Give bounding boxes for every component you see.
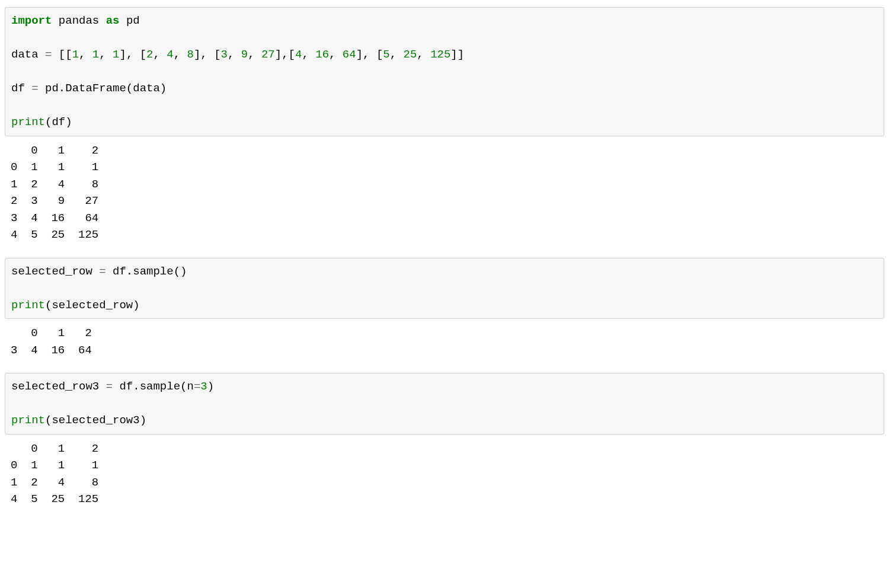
text: , bbox=[99, 48, 113, 61]
text: , bbox=[154, 48, 167, 61]
output-cell-1: 0 1 2 0 1 1 1 1 2 4 8 2 3 9 27 3 4 16 64… bbox=[5, 139, 884, 250]
bracket: [[ bbox=[59, 48, 72, 61]
builtin-print: print bbox=[11, 299, 45, 312]
text bbox=[39, 82, 45, 95]
code-cell-2[interactable]: selected_row = df.sample() print(selecte… bbox=[5, 258, 884, 319]
operator-eq: = bbox=[106, 380, 113, 393]
num: 2 bbox=[146, 48, 153, 61]
keyword-as: as bbox=[106, 14, 120, 27]
text: ], [ bbox=[119, 48, 146, 61]
var-data: data bbox=[11, 48, 39, 61]
var-selected-row: selected_row bbox=[11, 265, 92, 278]
operator-eq: = bbox=[99, 265, 105, 278]
var-df: df bbox=[11, 82, 25, 95]
operator-eq: = bbox=[31, 82, 38, 95]
num: 1 bbox=[72, 48, 79, 61]
call-dataframe: pd.DataFrame(data) bbox=[45, 82, 167, 95]
num: 27 bbox=[261, 48, 275, 61]
text bbox=[92, 265, 99, 278]
text: ], [ bbox=[194, 48, 221, 61]
text: , bbox=[79, 48, 92, 61]
text bbox=[113, 380, 119, 393]
num-3: 3 bbox=[200, 380, 207, 393]
builtin-print: print bbox=[11, 414, 45, 427]
operator-eq: = bbox=[45, 48, 52, 61]
text: , bbox=[248, 48, 261, 61]
text bbox=[52, 14, 58, 27]
print-arg: (selected_row3) bbox=[45, 414, 146, 427]
code-cell-1[interactable]: import pandas as pd data = [[1, 1, 1], [… bbox=[5, 7, 884, 136]
text bbox=[39, 48, 45, 61]
text: , bbox=[390, 48, 404, 61]
text: , bbox=[417, 48, 430, 61]
module-pandas: pandas bbox=[59, 14, 99, 27]
text bbox=[119, 14, 126, 27]
text: , bbox=[329, 48, 343, 61]
output-cell-3: 0 1 2 0 1 1 1 1 2 4 8 4 5 25 125 bbox=[5, 437, 884, 514]
num: 64 bbox=[343, 48, 356, 61]
code-cell-3[interactable]: selected_row3 = df.sample(n=3) print(sel… bbox=[5, 373, 884, 434]
num: 8 bbox=[187, 48, 194, 61]
num: 5 bbox=[383, 48, 389, 61]
text: ], [ bbox=[356, 48, 383, 61]
num: 1 bbox=[92, 48, 99, 61]
num: 1 bbox=[113, 48, 119, 61]
text bbox=[25, 82, 31, 95]
text: ],[ bbox=[275, 48, 295, 61]
num: 16 bbox=[315, 48, 329, 61]
builtin-print: print bbox=[11, 116, 45, 129]
call-sample-n-pre: df.sample(n bbox=[119, 380, 193, 393]
num: 9 bbox=[241, 48, 248, 61]
num: 125 bbox=[430, 48, 450, 61]
num: 3 bbox=[221, 48, 228, 61]
call-close: ) bbox=[207, 380, 214, 393]
output-cell-2: 0 1 2 3 4 16 64 bbox=[5, 321, 884, 365]
text: , bbox=[302, 48, 315, 61]
text: , bbox=[174, 48, 187, 61]
var-selected-row3: selected_row3 bbox=[11, 380, 99, 393]
text: , bbox=[228, 48, 241, 61]
print-arg: (df) bbox=[45, 116, 72, 129]
text: ]] bbox=[450, 48, 464, 61]
keyword-import: import bbox=[11, 14, 52, 27]
alias-pd: pd bbox=[126, 14, 140, 27]
num: 25 bbox=[404, 48, 417, 61]
text bbox=[99, 380, 105, 393]
num: 4 bbox=[167, 48, 173, 61]
text bbox=[52, 48, 58, 61]
kwarg-eq: = bbox=[194, 380, 200, 393]
text bbox=[106, 265, 113, 278]
num: 4 bbox=[295, 48, 302, 61]
call-sample: df.sample() bbox=[113, 265, 187, 278]
print-arg: (selected_row) bbox=[45, 299, 140, 312]
text bbox=[99, 14, 105, 27]
